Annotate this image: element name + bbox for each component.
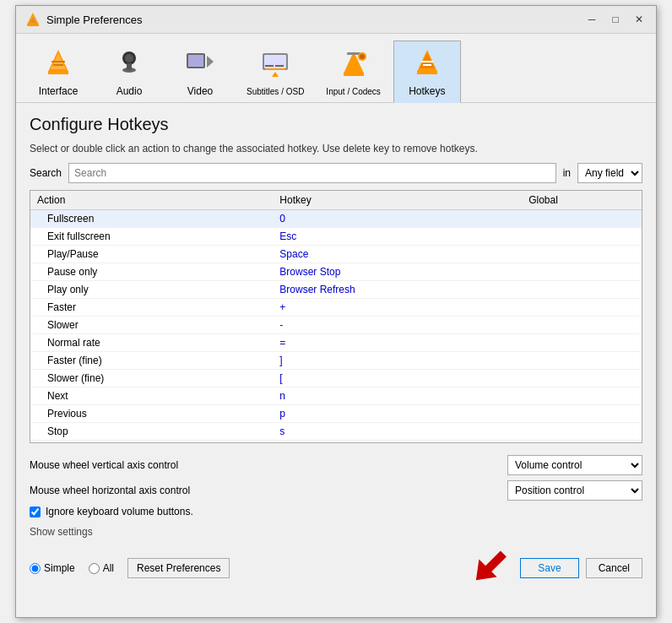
tab-video-label: Video [187, 85, 213, 97]
global-cell [522, 210, 642, 228]
radio-simple: Simple [30, 562, 75, 574]
mouse-horizontal-label: Mouse wheel horizontal axis control [30, 485, 190, 496]
show-settings-label: Show settings [30, 526, 642, 538]
tab-interface[interactable]: Interface [24, 41, 92, 102]
global-cell [522, 441, 642, 444]
description-text: Select or double click an action to chan… [30, 143, 642, 154]
table-row[interactable]: Normal rate = [30, 334, 642, 352]
cancel-button[interactable]: Cancel [586, 558, 642, 578]
hotkey-cell: p [273, 405, 522, 423]
audio-icon [114, 46, 144, 82]
svg-marker-21 [272, 72, 279, 77]
action-cell: Faster [30, 299, 273, 317]
hotkey-cell: Browser Stop [273, 263, 522, 281]
ignore-keyboard-label: Ignore keyboard volume buttons. [46, 506, 193, 517]
hotkey-cell: Browser Refresh [273, 281, 522, 299]
tab-video[interactable]: Video [166, 41, 234, 102]
search-field-select[interactable]: Any field [577, 163, 642, 183]
radio-simple-label: Simple [44, 562, 75, 574]
table-row[interactable]: Slower - [30, 317, 642, 334]
tab-input[interactable]: Input / Codecs [317, 41, 389, 102]
action-cell: Slower [30, 317, 273, 334]
close-button[interactable]: ✕ [631, 11, 648, 28]
table-row[interactable]: Fullscreen 0 [30, 210, 642, 228]
action-cell: Play only [30, 281, 273, 299]
hotkey-cell: n [273, 387, 522, 405]
action-cell: Slower (fine) [30, 370, 273, 387]
maximize-button[interactable]: □ [607, 11, 624, 28]
table-row[interactable]: Next n [30, 387, 642, 405]
table-row[interactable]: Faster + [30, 299, 642, 317]
radio-all-input[interactable] [89, 563, 100, 574]
table-row[interactable]: Faster (fine) ] [30, 352, 642, 370]
title-bar-controls: ─ □ ✕ [583, 11, 648, 28]
hotkeys-icon [412, 46, 442, 82]
action-cell: Stop [30, 423, 273, 441]
table-row[interactable]: Stop s [30, 423, 642, 441]
search-input[interactable] [68, 163, 556, 183]
mouse-vertical-select[interactable]: Volume control Position control None [507, 455, 642, 475]
save-button[interactable]: Save [520, 558, 578, 578]
svg-point-26 [360, 54, 365, 59]
title-bar: Simple Preferences ─ □ ✕ [16, 6, 656, 34]
svg-rect-15 [188, 55, 203, 67]
tab-subtitles[interactable]: Subtitles / OSD [237, 41, 313, 102]
svg-rect-5 [48, 71, 68, 74]
table-row[interactable]: Previous p [30, 405, 642, 423]
hotkey-cell: s [273, 423, 522, 441]
reset-preferences-button[interactable]: Reset Preferences [127, 558, 230, 578]
ignore-keyboard-checkbox[interactable] [30, 507, 41, 517]
tab-audio-label: Audio [117, 85, 143, 97]
hotkey-cell: [ [273, 370, 522, 387]
table-row[interactable]: Play/Pause Space [30, 246, 642, 263]
tab-subtitles-label: Subtitles / OSD [247, 87, 304, 96]
interface-icon [43, 46, 73, 82]
global-cell [522, 387, 642, 405]
title-bar-left: Simple Preferences [24, 11, 142, 28]
window-title: Simple Preferences [46, 14, 142, 26]
search-label: Search [30, 167, 62, 179]
col-hotkey: Hotkey [273, 191, 522, 210]
minimize-button[interactable]: ─ [583, 11, 600, 28]
tab-audio[interactable]: Audio [95, 41, 163, 102]
hotkey-cell: = [273, 334, 522, 352]
table-row[interactable]: Play only Browser Refresh [30, 281, 642, 299]
svg-marker-14 [207, 56, 214, 68]
input-icon [339, 48, 369, 84]
hotkey-table: Action Hotkey Global Fullscreen 0 Exit f… [30, 191, 642, 443]
content-area: Configure Hotkeys Select or double click… [16, 103, 656, 617]
global-cell [522, 423, 642, 441]
radio-all: All [89, 562, 114, 574]
global-cell [522, 263, 642, 281]
ignore-keyboard-row: Ignore keyboard volume buttons. [30, 506, 642, 517]
tab-interface-label: Interface [39, 85, 79, 97]
mouse-vertical-label: Mouse wheel vertical axis control [30, 459, 178, 471]
hotkey-cell: - [273, 317, 522, 334]
hotkey-table-container[interactable]: Action Hotkey Global Fullscreen 0 Exit f… [30, 190, 642, 443]
action-cell: Faster (fine) [30, 352, 273, 370]
vlc-logo-icon [24, 11, 41, 28]
mouse-horizontal-select[interactable]: Volume control Position control None [507, 480, 642, 501]
radio-row: Simple All Reset Preferences Save Cancel [30, 543, 642, 593]
action-cell: Normal rate [30, 334, 273, 352]
svg-rect-12 [127, 63, 132, 70]
table-row[interactable]: Pause only Browser Stop [30, 263, 642, 281]
svg-rect-23 [344, 73, 364, 76]
col-global: Global [522, 191, 642, 210]
tab-hotkeys[interactable]: Hotkeys [393, 41, 461, 103]
mouse-vertical-row: Mouse wheel vertical axis control Volume… [30, 455, 642, 475]
radio-simple-input[interactable] [30, 563, 41, 574]
preferences-window: Simple Preferences ─ □ ✕ Interface [15, 5, 657, 618]
table-row[interactable]: Position + [30, 441, 642, 444]
page-title: Configure Hotkeys [30, 115, 642, 134]
table-row[interactable]: Exit fullscreen Esc [30, 228, 642, 246]
search-row: Search in Any field [30, 163, 642, 183]
action-cell: Exit fullscreen [30, 228, 273, 246]
global-cell [522, 281, 642, 299]
table-row[interactable]: Slower (fine) [ [30, 370, 642, 387]
mouse-horizontal-row: Mouse wheel horizontal axis control Volu… [30, 480, 642, 501]
action-cell: Previous [30, 405, 273, 423]
hotkey-cell: + [273, 299, 522, 317]
hotkey-cell: + [273, 441, 522, 444]
action-cell: Fullscreen [30, 210, 273, 228]
